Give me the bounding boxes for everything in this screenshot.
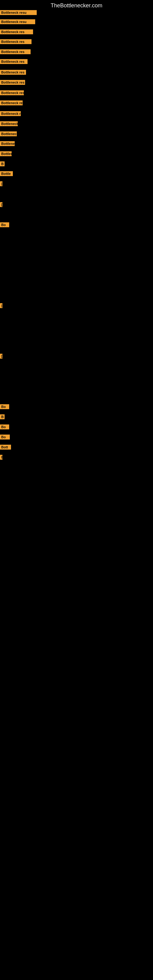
bar-label: Bottleneck res [0, 70, 26, 75]
bar-label: Bottleneck res [0, 49, 30, 54]
bar-label: | [0, 181, 2, 186]
bar-label: Bottleneck res [0, 39, 32, 44]
bar-item: | [0, 181, 2, 186]
bar-label: Bo [0, 404, 9, 409]
bar-label: B [0, 414, 5, 419]
bar-item: Bottleneck r [0, 131, 17, 136]
bar-label: Bo [0, 434, 10, 439]
bar-item: Bottleneck res [0, 70, 26, 75]
bar-item: Bottleneck res [0, 59, 27, 64]
bar-label: [ [0, 354, 2, 359]
bar-item: Bo [0, 222, 9, 227]
bar-item: | [0, 303, 2, 308]
bar-item: Bott [0, 445, 11, 450]
bar-item: Bottlen [0, 151, 12, 156]
bar-item: Bo [0, 404, 9, 409]
bar-label: Bottle [0, 171, 13, 176]
bar-item: [ [0, 202, 2, 207]
bar-label: Bottleneck r [0, 121, 18, 126]
bar-label: Bottleneck res [0, 59, 27, 64]
bar-item: B [0, 161, 5, 166]
bar-label: Bo [0, 425, 9, 430]
bar-label: Bottleneck res [0, 29, 33, 34]
bar-label: Bottleneck r [0, 131, 17, 136]
bar-item: Bottleneck res [0, 29, 33, 34]
bar-item: Bottleneck res [0, 49, 30, 54]
bar-label: Bottleneck res [0, 80, 25, 85]
bar-item: B [0, 455, 2, 460]
bar-item: Bottleneck res [0, 39, 32, 44]
bar-item: Bottleneck resu [0, 19, 35, 24]
bar-item: Bottleneck res [0, 90, 24, 95]
bar-item: Bottleneck r [0, 141, 15, 146]
bar-label: B [0, 161, 5, 166]
bar-item: Bo [0, 434, 10, 439]
bar-item: Bottle [0, 171, 13, 176]
bar-label: Bott [0, 445, 11, 450]
bar-label: Bo [0, 222, 9, 227]
site-title: TheBottlenecker.com [0, 0, 153, 11]
bar-label: Bottleneck resu [0, 10, 37, 15]
bar-label: | [0, 303, 2, 308]
bar-label: [ [0, 202, 2, 207]
bar-label: Bottleneck resu [0, 19, 35, 24]
bar-item: Bottleneck res [0, 80, 25, 85]
bar-label: Bottleneck r [0, 141, 15, 146]
bar-label: Bottleneck res [0, 100, 22, 105]
bar-label: Bottlen [0, 151, 12, 156]
bar-item: Bo [0, 425, 9, 430]
bar-item: [ [0, 354, 2, 359]
bar-item: Bottleneck resu [0, 10, 37, 15]
bar-label: Bottleneck re [0, 111, 21, 116]
bar-item: Bottleneck r [0, 121, 18, 126]
bar-item: Bottleneck res [0, 100, 22, 105]
bar-item: Bottleneck re [0, 111, 21, 116]
bar-label: B [0, 455, 2, 460]
bar-item: B [0, 414, 5, 419]
bar-label: Bottleneck res [0, 90, 24, 95]
